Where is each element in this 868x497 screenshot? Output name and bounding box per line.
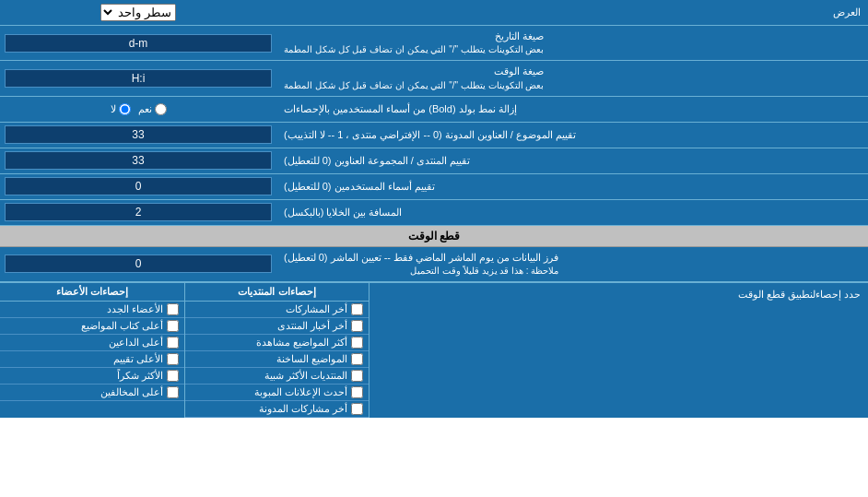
topic-order-input-area bbox=[0, 123, 276, 148]
users-order-input[interactable] bbox=[5, 177, 272, 195]
bold-no-label[interactable]: لا bbox=[111, 103, 131, 115]
stat-forum-7-check[interactable] bbox=[351, 403, 363, 415]
time-format-input[interactable] bbox=[5, 69, 272, 88]
bold-yes-label[interactable]: نعم bbox=[138, 103, 167, 115]
stats-apply-label: حدد إحصاءلنطبيق قطع الوقت bbox=[369, 283, 868, 418]
time-format-input-area bbox=[0, 61, 276, 95]
stat-member-5: الأكثر شكراً bbox=[0, 368, 184, 385]
stat-forum-1: أخر المشاركات bbox=[185, 302, 369, 318]
stat-member-2: أعلى كتاب المواضيع bbox=[0, 318, 184, 335]
stat-forum-5-check[interactable] bbox=[351, 370, 363, 382]
stat-forum-2: أخر أخبار المنتدى bbox=[185, 318, 369, 335]
forum-stats-header: إحصاءات المنتديات bbox=[185, 283, 369, 302]
stat-forum-4-check[interactable] bbox=[351, 353, 363, 365]
stat-forum-3-check[interactable] bbox=[351, 337, 363, 349]
stat-forum-2-check[interactable] bbox=[351, 320, 363, 332]
display-select-area: سطر واحد سطرانثلاثة أسطر bbox=[0, 1, 276, 24]
topic-order-label: تقييم الموضوع / العناوين المدونة (0 -- ا… bbox=[276, 123, 868, 148]
display-select[interactable]: سطر واحد سطرانثلاثة أسطر bbox=[100, 4, 176, 21]
stat-forum-1-check[interactable] bbox=[351, 303, 363, 315]
cell-spacing-input[interactable] bbox=[5, 203, 272, 221]
cell-spacing-label: المسافة بين الخلايا (بالبكسل) bbox=[276, 200, 868, 225]
stat-member-4: الأعلى تقييم bbox=[0, 351, 184, 368]
cut-section-input[interactable] bbox=[5, 254, 272, 273]
forum-order-input[interactable] bbox=[5, 151, 272, 170]
stat-forum-4: المواضيع الساخنة bbox=[185, 351, 369, 368]
cell-spacing-input-area bbox=[0, 200, 276, 225]
stat-member-3-check[interactable] bbox=[167, 337, 179, 349]
stat-forum-6-check[interactable] bbox=[351, 386, 363, 398]
bold-remove-input-area: نعم لا bbox=[0, 97, 276, 122]
users-order-input-area bbox=[0, 174, 276, 199]
stat-member-6: أعلى المخالفين bbox=[0, 385, 184, 401]
bold-yes-radio[interactable] bbox=[155, 103, 167, 115]
display-label: العرض bbox=[276, 3, 868, 22]
member-stats-col: إحصاءات الأعضاء الأعضاء الجدد أعلى كتاب … bbox=[0, 283, 184, 418]
time-format-label: صيغة الوقت بعض التكوينات يتطلب "/" التي … bbox=[276, 61, 868, 95]
stat-forum-6: أحدث الإعلانات المبوبة bbox=[185, 385, 369, 401]
stat-member-1-check[interactable] bbox=[167, 303, 179, 315]
topic-order-input[interactable] bbox=[5, 125, 272, 144]
stat-forum-3: أكثر المواضيع مشاهدة bbox=[185, 335, 369, 351]
stat-member-1: الأعضاء الجدد bbox=[0, 302, 184, 318]
stat-member-3: أعلى الداعين bbox=[0, 335, 184, 351]
date-format-label: صيغة التاريخ بعض التكوينات يتطلب "/" الت… bbox=[276, 26, 868, 60]
stat-member-6-check[interactable] bbox=[167, 386, 179, 398]
cut-section-header: قطع الوقت bbox=[0, 226, 868, 247]
forum-order-label: تقييم المنتدى / المجموعة العناوين (0 للت… bbox=[276, 148, 868, 173]
users-order-label: تقييم أسماء المستخدمين (0 للتعطيل) bbox=[276, 174, 868, 199]
stat-member-5-check[interactable] bbox=[167, 370, 179, 382]
date-format-input[interactable] bbox=[5, 34, 272, 53]
bold-remove-label: إزالة نمط بولد (Bold) من أسماء المستخدمي… bbox=[276, 97, 868, 122]
forum-stats-col: إحصاءات المنتديات أخر المشاركات أخر أخبا… bbox=[184, 283, 369, 418]
stat-forum-7: أخر مشاركات المدونة bbox=[185, 401, 369, 418]
stat-member-4-check[interactable] bbox=[167, 353, 179, 365]
cut-section-input-area bbox=[0, 247, 276, 281]
stat-member-2-check[interactable] bbox=[167, 320, 179, 332]
cut-section-label: فرز البيانات من يوم الماشر الماضي فقط --… bbox=[276, 247, 868, 281]
member-stats-header: إحصاءات الأعضاء bbox=[0, 283, 184, 302]
date-format-input-area bbox=[0, 26, 276, 60]
stat-forum-5: المنتديات الأكثر شبية bbox=[185, 368, 369, 385]
bold-no-radio[interactable] bbox=[119, 103, 131, 115]
forum-order-input-area bbox=[0, 148, 276, 173]
